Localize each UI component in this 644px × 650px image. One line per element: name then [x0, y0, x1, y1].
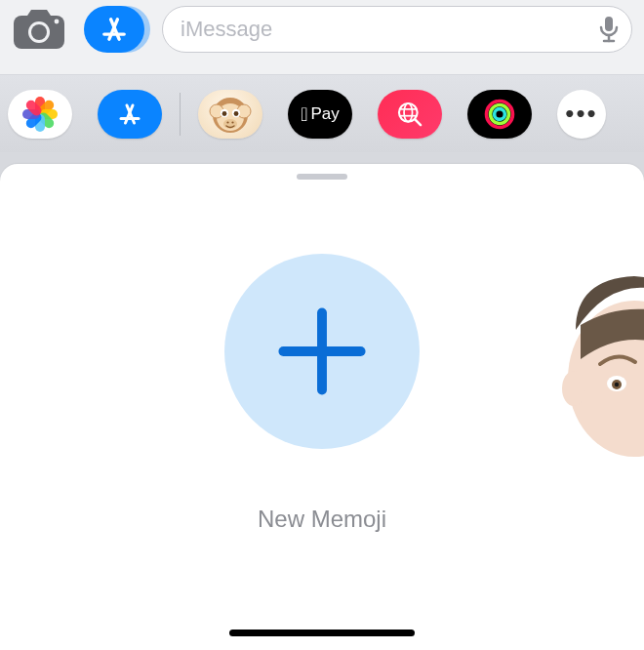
plus-icon — [268, 298, 376, 405]
new-memoji-tile[interactable]: New Memoji — [224, 254, 420, 533]
compose-row — [0, 0, 644, 74]
svg-point-22 — [226, 121, 228, 123]
memoji-monkey-icon — [208, 92, 253, 137]
app-memoji[interactable] — [198, 90, 262, 139]
memoji-face-icon — [546, 271, 644, 457]
svg-line-28 — [415, 119, 421, 125]
microphone-icon — [596, 15, 622, 44]
message-input[interactable] — [181, 17, 596, 42]
new-memoji-label: New Memoji — [258, 506, 386, 533]
memoji-drawer-area: New Memoji — [0, 152, 644, 650]
camera-icon — [12, 6, 66, 51]
app-activity[interactable] — [467, 90, 532, 139]
apple-logo-icon:  — [301, 104, 307, 124]
appstore-icon — [84, 6, 144, 53]
svg-point-2 — [31, 24, 47, 40]
svg-point-23 — [231, 121, 233, 123]
message-input-container[interactable] — [162, 6, 632, 53]
app-strip[interactable]:  Pay ••• — [0, 74, 644, 152]
svg-point-20 — [234, 111, 239, 116]
appstore-icon — [115, 100, 144, 129]
app-photos[interactable] — [8, 90, 72, 139]
existing-memoji-preview[interactable] — [546, 271, 644, 457]
svg-point-38 — [615, 383, 619, 386]
search-globe-icon — [393, 98, 426, 131]
svg-point-19 — [222, 111, 227, 116]
app-store[interactable] — [98, 90, 162, 139]
new-memoji-button[interactable] — [224, 254, 420, 449]
app-more[interactable]: ••• — [557, 90, 606, 139]
dictate-button[interactable] — [596, 15, 622, 44]
svg-point-3 — [55, 20, 60, 24]
app-apple-pay[interactable]:  Pay — [288, 90, 352, 139]
activity-rings-icon — [482, 97, 517, 132]
svg-rect-7 — [605, 17, 613, 31]
home-indicator[interactable] — [229, 630, 415, 636]
svg-point-31 — [495, 108, 505, 119]
drawer-grabber[interactable] — [297, 174, 347, 180]
app-drawer-toggle[interactable] — [84, 6, 144, 53]
more-icon: ••• — [565, 99, 597, 129]
photos-icon — [25, 100, 55, 129]
app-hash-images[interactable] — [378, 90, 442, 139]
svg-point-35 — [562, 371, 585, 406]
apple-pay-label: Pay — [311, 104, 340, 124]
memoji-drawer[interactable]: New Memoji — [0, 164, 644, 650]
camera-button[interactable] — [12, 6, 66, 51]
app-strip-divider — [180, 93, 181, 136]
svg-point-25 — [404, 102, 413, 121]
